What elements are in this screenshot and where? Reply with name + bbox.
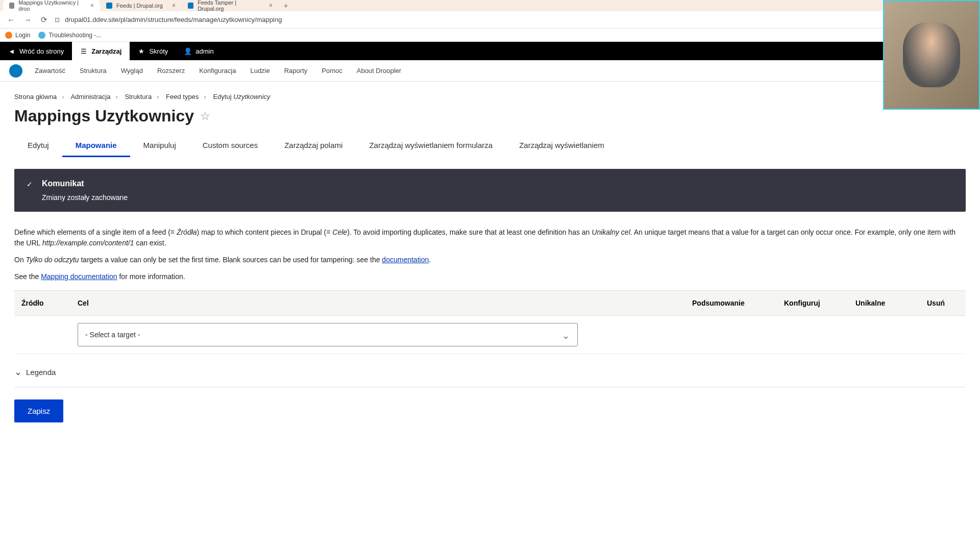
nav-extend[interactable]: Rozszerz	[150, 60, 192, 82]
new-tab-button[interactable]: +	[279, 2, 293, 10]
tab-manage-fields[interactable]: Zarządzaj polami	[271, 135, 356, 157]
breadcrumb: Strona główna› Administracja› Struktura›…	[14, 93, 966, 101]
page-title: Mappings Uzytkownicy ☆	[14, 107, 966, 126]
chevron-right-icon: ›	[62, 93, 64, 101]
tab-manipulate[interactable]: Manipuluj	[130, 135, 189, 157]
target-select[interactable]: - Select a target -	[78, 323, 578, 346]
nav-label: About Droopler	[357, 67, 401, 74]
tab-manage-display[interactable]: Zarządzaj wyświetlaniem	[506, 135, 618, 157]
reload-button[interactable]: ⟳	[39, 13, 50, 27]
status-message: ✓ Komunikat Zmiany zostały zachowane	[14, 169, 966, 212]
col-delete: Usuń	[920, 291, 966, 316]
col-source: Źródło	[14, 291, 70, 316]
back-button[interactable]: ←	[5, 13, 17, 26]
col-configure: Konfiguruj	[777, 291, 848, 316]
bookmarks-bar: Login Troubleshooting -...	[0, 29, 980, 42]
breadcrumb-current: Edytuj Uzytkownicy	[213, 93, 270, 101]
legend-label: Legenda	[26, 368, 56, 377]
bookmark-label: Troubleshooting -...	[48, 32, 101, 39]
bookmark-label: Login	[15, 32, 30, 39]
bookmark-icon	[5, 32, 12, 39]
user-icon	[184, 47, 191, 55]
breadcrumb-link[interactable]: Feed types	[166, 93, 199, 101]
address-bar: ← → ⟳ ⊡ drupal01.ddev.site/pl/admin/stru…	[0, 11, 980, 29]
tab-manage-form-display[interactable]: Zarządzaj wyświetlaniem formularza	[356, 135, 506, 157]
nav-content[interactable]: Zawartość	[28, 60, 72, 82]
nav-label: Ludzie	[250, 67, 270, 74]
toolbar-label: Zarządzaj	[91, 47, 121, 55]
browser-chrome: Mappings Uzytkownicy | droo × Feeds | Dr…	[0, 0, 980, 42]
toolbar-back-to-site[interactable]: Wróć do strony	[0, 42, 72, 60]
bookmark-item[interactable]: Troubleshooting -...	[38, 32, 101, 39]
hamburger-icon	[80, 47, 87, 55]
browser-tab-active[interactable]: Mappings Uzytkownicy | droo ×	[3, 0, 100, 11]
help-paragraph: On Tylko do odczytu targets a value can …	[14, 255, 966, 265]
star-icon	[138, 47, 145, 55]
nav-reports[interactable]: Raporty	[277, 60, 315, 82]
browser-tab[interactable]: Feeds | Drupal.org ×	[100, 0, 182, 11]
close-icon[interactable]: ×	[172, 2, 176, 9]
page-title-text: Mappings Uzytkownicy	[14, 107, 194, 126]
drupal-logo-icon[interactable]	[9, 64, 22, 78]
col-summary: Podsumowanie	[685, 291, 777, 316]
toolbar-label: Skróty	[149, 47, 168, 55]
favicon	[106, 3, 112, 9]
bookmark-icon	[38, 32, 45, 39]
nav-people[interactable]: Ludzie	[243, 60, 277, 82]
nav-configuration[interactable]: Konfiguracja	[192, 60, 243, 82]
breadcrumb-link[interactable]: Struktura	[125, 93, 152, 101]
tab-edit[interactable]: Edytuj	[14, 135, 62, 157]
nav-label: Pomoc	[322, 67, 342, 74]
col-unique: Unikalne	[848, 291, 920, 316]
url-field[interactable]: drupal01.ddev.site/pl/admin/structure/fe…	[65, 16, 975, 23]
tab-title: Mappings Uzytkownicy | droo	[18, 0, 81, 12]
nav-label: Raporty	[284, 67, 308, 74]
target-select-wrap: - Select a target -	[78, 323, 578, 346]
breadcrumb-link[interactable]: Strona główna	[14, 93, 57, 101]
toolbar-shortcuts[interactable]: Skróty	[130, 42, 176, 60]
toolbar-label: Wróć do strony	[19, 47, 64, 55]
back-arrow-icon	[8, 47, 15, 55]
chevron-right-icon: ›	[157, 93, 159, 101]
toolbar-manage[interactable]: Zarządzaj	[72, 42, 130, 60]
check-icon: ✓	[27, 180, 33, 188]
nav-help[interactable]: Pomoc	[314, 60, 349, 82]
admin-nav: Zawartość Struktura Wygląd Rozszerz Konf…	[0, 60, 980, 82]
tab-custom-sources[interactable]: Custom sources	[189, 135, 271, 157]
webcam-overlay	[883, 0, 980, 110]
nav-label: Wygląd	[121, 67, 143, 74]
message-text: Zmiany zostały zachowane	[42, 193, 128, 202]
close-icon[interactable]: ×	[269, 2, 273, 9]
message-title: Komunikat	[42, 179, 128, 188]
tab-title: Feeds | Drupal.org	[116, 3, 163, 9]
browser-tab[interactable]: Feeds Tamper | Drupal.org ×	[182, 0, 279, 11]
nav-label: Konfiguracja	[199, 67, 236, 74]
nav-appearance[interactable]: Wygląd	[114, 60, 150, 82]
local-tabs: Edytuj Mapowanie Manipuluj Custom source…	[14, 135, 966, 158]
nav-label: Struktura	[80, 67, 107, 74]
chevron-right-icon: ›	[115, 93, 117, 101]
tabs-bar: Mappings Uzytkownicy | droo × Feeds | Dr…	[0, 0, 980, 11]
star-outline-icon[interactable]: ☆	[200, 110, 210, 123]
site-info-icon[interactable]: ⊡	[55, 16, 60, 23]
breadcrumb-link[interactable]: Administracja	[70, 93, 110, 101]
nav-structure[interactable]: Struktura	[72, 60, 114, 82]
table-row: - Select a target -	[14, 316, 966, 354]
help-paragraph: Define which elements of a single item o…	[14, 227, 966, 248]
documentation-link[interactable]: documentation	[382, 256, 429, 264]
mapping-table: Źródło Cel Podsumowanie Konfiguruj Unika…	[14, 290, 966, 354]
tab-title: Feeds Tamper | Drupal.org	[198, 0, 260, 12]
col-target: Cel	[70, 291, 685, 316]
forward-button[interactable]: →	[22, 13, 34, 26]
main-content: Strona główna› Administracja› Struktura›…	[0, 82, 980, 431]
mapping-documentation-link[interactable]: Mapping documentation	[41, 272, 117, 281]
save-button[interactable]: Zapisz	[14, 399, 63, 422]
toolbar-user[interactable]: admin	[176, 42, 222, 60]
bookmark-item[interactable]: Login	[5, 32, 30, 39]
tab-mapping[interactable]: Mapowanie	[62, 135, 130, 157]
nav-about-droopler[interactable]: About Droopler	[350, 60, 408, 82]
close-icon[interactable]: ×	[90, 2, 94, 9]
nav-label: Rozszerz	[157, 67, 185, 74]
legend-toggle[interactable]: Legenda	[14, 366, 966, 378]
drupal-toolbar: Wróć do strony Zarządzaj Skróty admin	[0, 42, 980, 60]
